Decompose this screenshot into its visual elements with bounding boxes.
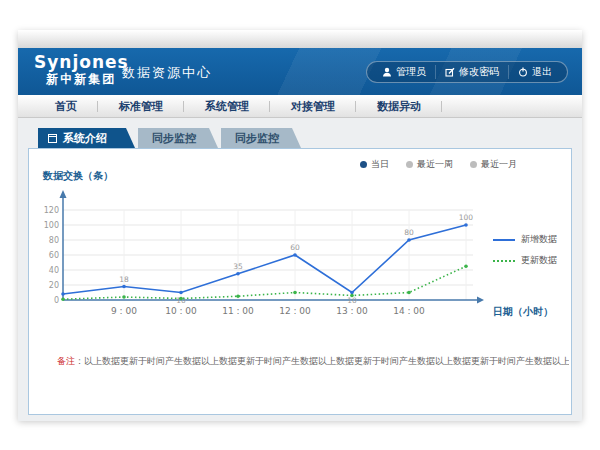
power-icon	[518, 67, 528, 77]
footnote-text: ：以上数据更新于时间产生数据以上数据更新于时间产生数据以上数据更新于时间产生数据…	[75, 356, 569, 366]
data-point	[293, 291, 297, 295]
tab-system-intro[interactable]: 系统介绍	[38, 128, 135, 148]
tab-sync-monitor-2[interactable]: 同步监控	[221, 128, 301, 148]
y-axis-title: 数据交换（条）	[43, 169, 113, 183]
y-tick-label: 80	[49, 236, 59, 245]
user-toolbar: 管理员 修改密码 退出	[366, 61, 568, 83]
page-title: 数据资源中心	[122, 64, 212, 82]
x-tick-label: 12 : 00	[279, 306, 311, 316]
data-point-label: 35	[233, 262, 243, 271]
brand-logo-text: Synjones	[34, 53, 129, 73]
y-tick-label: 0	[54, 296, 59, 305]
chart-panel: 当日 最近一周 最近一月 数据交换（条） 0204060801001209 : …	[28, 148, 572, 415]
data-point-label: 60	[290, 243, 300, 252]
footnote-prefix: 备注	[57, 356, 75, 366]
y-tick-label: 100	[44, 221, 59, 230]
brand-logo-subtext: 新中新集团	[34, 73, 129, 87]
y-tick-label: 60	[49, 251, 59, 260]
x-tick-label: 11 : 00	[222, 306, 254, 316]
data-point	[61, 297, 65, 301]
x-tick-label: 9 : 00	[111, 306, 137, 316]
data-point	[464, 223, 468, 227]
range-filter-last-month-label: 最近一月	[481, 158, 517, 171]
data-point	[293, 253, 297, 257]
x-tick-label: 10 : 00	[165, 306, 197, 316]
nav-item-data-change[interactable]: 数据异动	[356, 99, 442, 114]
data-point	[179, 291, 183, 295]
logout-button[interactable]: 退出	[508, 65, 561, 79]
data-point	[179, 297, 183, 301]
data-point	[407, 238, 411, 242]
x-tick-label: 13 : 00	[336, 306, 368, 316]
radio-unselected-icon	[406, 161, 413, 168]
nav-item-standard-mgmt[interactable]: 标准管理	[98, 99, 184, 114]
x-tick-label: 14 : 00	[393, 306, 425, 316]
edit-icon	[445, 67, 455, 77]
data-point	[464, 264, 468, 268]
window-icon	[48, 134, 57, 143]
data-point	[236, 272, 240, 276]
legend-item-updated-data: 更新数据	[493, 254, 557, 267]
brand-logo: Synjones 新中新集团	[34, 53, 129, 86]
legend-item-new-data: 新增数据	[493, 233, 557, 246]
range-filter-group: 当日 最近一周 最近一月	[360, 158, 517, 171]
data-point	[122, 285, 126, 289]
data-point	[122, 295, 126, 299]
main-nav: 首页 标准管理 系统管理 对接管理 数据异动	[18, 95, 582, 118]
window-top-strip	[18, 30, 582, 48]
nav-item-home[interactable]: 首页	[34, 99, 98, 114]
data-point	[350, 294, 354, 298]
data-point-label: 100	[459, 213, 474, 222]
gridlines: 020406080100120	[44, 206, 473, 305]
logout-label: 退出	[532, 65, 552, 79]
change-password-label: 修改密码	[459, 65, 499, 79]
y-tick-label: 120	[44, 206, 59, 215]
tab-sync-monitor-2-label: 同步监控	[235, 131, 279, 146]
tab-system-intro-label: 系统介绍	[63, 131, 107, 146]
radio-selected-icon	[360, 161, 367, 168]
change-password-button[interactable]: 修改密码	[435, 65, 508, 79]
content-area: 系统介绍 同步监控 同步监控 当日 最近一周	[18, 118, 582, 421]
range-filter-today[interactable]: 当日	[360, 158, 389, 171]
green-dotted-swatch	[493, 260, 515, 262]
current-user-button[interactable]: 管理员	[373, 65, 435, 79]
tab-bar: 系统介绍 同步监控 同步监控	[38, 128, 301, 148]
data-point-label: 18	[119, 275, 129, 284]
y-tick-label: 40	[49, 266, 59, 275]
tab-sync-monitor-1[interactable]: 同步监控	[138, 128, 218, 148]
legend-updated-data-label: 更新数据	[521, 254, 557, 267]
tab-sync-monitor-1-label: 同步监控	[152, 131, 196, 146]
legend-new-data-label: 新增数据	[521, 233, 557, 246]
nav-item-system-mgmt[interactable]: 系统管理	[184, 99, 270, 114]
range-filter-last-week-label: 最近一周	[417, 158, 453, 171]
data-point	[407, 291, 411, 295]
data-point	[61, 292, 65, 296]
user-icon	[382, 67, 392, 77]
y-tick-label: 20	[49, 281, 59, 290]
range-filter-last-week[interactable]: 最近一周	[406, 158, 453, 171]
footnote: 备注：以上数据更新于时间产生数据以上数据更新于时间产生数据以上数据更新于时间产生…	[57, 355, 569, 368]
range-filter-today-label: 当日	[371, 158, 389, 171]
nav-item-integration-mgmt[interactable]: 对接管理	[270, 99, 356, 114]
chart-legend: 新增数据 更新数据	[493, 233, 557, 275]
app-header: Synjones 新中新集团 数据资源中心 管理员 修改密码	[18, 48, 582, 95]
range-filter-last-month[interactable]: 最近一月	[470, 158, 517, 171]
data-point	[236, 294, 240, 298]
app-window: Synjones 新中新集团 数据资源中心 管理员 修改密码	[18, 30, 582, 420]
blue-line-swatch	[493, 239, 515, 241]
x-axis-label: 日期（小时）	[493, 306, 553, 317]
data-point-label: 80	[404, 228, 414, 237]
radio-unselected-icon	[470, 161, 477, 168]
page: { "brand": { "logo_main": "Synjones", "l…	[0, 0, 600, 450]
user-label: 管理员	[396, 65, 426, 79]
